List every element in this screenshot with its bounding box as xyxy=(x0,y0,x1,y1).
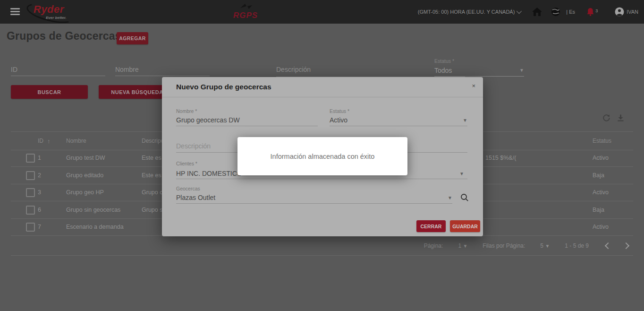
range-label: 1 - 5 de 9 xyxy=(565,242,589,249)
column-header-id[interactable]: ID↑ xyxy=(38,132,51,150)
modal-geocercas-select[interactable]: Plazas Outlet xyxy=(176,194,215,201)
ryder-logo-text: Ryder xyxy=(34,3,64,16)
modal-geocercas-underline xyxy=(176,203,452,204)
home-icon[interactable] xyxy=(532,7,542,17)
modal-estatus-label: Estatus * xyxy=(330,108,349,114)
page-label: Página: xyxy=(424,242,443,249)
filter-estatus-underline xyxy=(434,76,524,77)
cell-id: 1 xyxy=(38,149,41,166)
cell-id: 3 xyxy=(38,184,41,201)
hamburger-menu-icon[interactable] xyxy=(10,8,20,16)
next-page-icon[interactable] xyxy=(623,242,629,249)
filter-estatus-label: Estatus * xyxy=(434,58,454,64)
refresh-icon[interactable] xyxy=(602,114,610,122)
cell-id: 7 xyxy=(38,218,41,235)
rows-per-page-label: Filas por Página: xyxy=(483,242,525,249)
cell-extra: 1515 $%&/( xyxy=(485,149,516,166)
cell-nombre: Grupo test DW xyxy=(66,149,105,166)
guardar-button[interactable]: GUARDAR xyxy=(450,220,480,232)
satellite-icon xyxy=(239,3,253,10)
previous-page-icon[interactable] xyxy=(605,242,611,249)
modal-estatus-underline xyxy=(330,126,467,126)
buscar-button[interactable]: BUSCAR xyxy=(11,85,88,99)
filter-nombre-input[interactable] xyxy=(115,66,207,73)
modal-clientes-arrow-icon[interactable]: ▼ xyxy=(459,171,464,176)
notification-count-badge: 3 xyxy=(595,9,598,13)
filter-descripcion-input[interactable] xyxy=(276,66,460,73)
page-select[interactable]: 1 ▼ xyxy=(458,242,467,249)
modal-geocercas-label: Geocercas xyxy=(176,186,200,191)
cerrar-button[interactable]: CERRAR xyxy=(416,220,446,232)
globe-icon[interactable] xyxy=(551,7,560,17)
cell-nombre: Escenario a demanda xyxy=(66,218,124,235)
search-icon[interactable] xyxy=(460,193,469,202)
cell-nombre: Grupo geo HP xyxy=(66,184,104,201)
modal-estatus-select[interactable]: Activo xyxy=(330,116,347,124)
rgps-logo: RGPS xyxy=(230,2,268,22)
row-checkbox[interactable] xyxy=(26,171,35,180)
notifications-button[interactable]: 3 xyxy=(586,8,598,16)
top-navbar: Ryder Ever better. RGPS (GMT-05: 00) HOR… xyxy=(0,0,644,24)
user-menu[interactable]: IVAN xyxy=(615,7,638,17)
filter-id-underline xyxy=(11,76,105,76)
cell-estatus: Activo xyxy=(593,149,609,166)
cell-estatus: Activo xyxy=(593,218,609,235)
modal-nombre-input[interactable] xyxy=(176,116,315,124)
modal-clientes-label: Clientes * xyxy=(176,161,197,166)
cell-id: 6 xyxy=(38,201,41,218)
download-icon[interactable] xyxy=(617,114,625,122)
column-header-estatus[interactable]: Estatus xyxy=(593,132,611,150)
bell-icon xyxy=(586,8,594,16)
page-title: Grupos de Geocercas xyxy=(7,30,121,43)
filter-estatus-arrow-icon[interactable]: ▼ xyxy=(519,68,524,73)
modal-geocercas-arrow-icon[interactable]: ▼ xyxy=(448,195,452,200)
close-icon[interactable]: × xyxy=(472,82,475,89)
filter-nombre-underline xyxy=(115,76,210,76)
cell-estatus: Activo xyxy=(593,184,609,201)
user-avatar-icon xyxy=(615,7,624,17)
modal-clientes-underline xyxy=(176,179,467,179)
language-label[interactable]: | Es xyxy=(566,9,575,15)
rows-per-page-select[interactable]: 5 ▼ xyxy=(540,242,550,249)
modal-title: Nuevo Grupo de geocercas xyxy=(176,77,271,97)
row-checkbox[interactable] xyxy=(26,154,35,163)
app-root: Ryder Ever better. RGPS (GMT-05: 00) HOR… xyxy=(0,0,644,311)
ryder-logo: Ryder Ever better. xyxy=(26,3,87,21)
success-toast: Información almacenada con éxito xyxy=(237,137,407,175)
toast-message: Información almacenada con éxito xyxy=(271,153,375,160)
bottom-divider xyxy=(11,255,633,256)
agregar-button[interactable]: AGREGAR xyxy=(117,32,148,44)
modal-nombre-underline xyxy=(176,126,318,126)
cell-estatus: Baja xyxy=(593,166,604,184)
row-checkbox[interactable] xyxy=(26,223,35,232)
cell-estatus: Baja xyxy=(593,201,604,218)
modal-nombre-label: Nombre * xyxy=(176,108,197,114)
filter-id-input[interactable] xyxy=(11,66,103,73)
user-name-label: IVAN xyxy=(627,9,638,15)
timezone-label: (GMT-05: 00) HORA (EE.UU. Y CANADÁ) xyxy=(418,9,515,15)
column-header-nombre[interactable]: Nombre xyxy=(66,132,86,150)
ryder-tagline: Ever better. xyxy=(46,16,67,20)
navbar-right-group: (GMT-05: 00) HORA (EE.UU. Y CANADÁ) | Es… xyxy=(418,0,638,24)
cell-nombre: Grupo editado xyxy=(66,166,103,184)
timezone-selector[interactable]: (GMT-05: 00) HORA (EE.UU. Y CANADÁ) xyxy=(418,9,521,15)
cell-id: 2 xyxy=(38,166,41,184)
row-checkbox[interactable] xyxy=(26,206,35,215)
row-checkbox[interactable] xyxy=(26,188,35,197)
rgps-logo-text: RGPS xyxy=(233,11,258,20)
modal-estatus-arrow-icon[interactable]: ▼ xyxy=(463,118,467,123)
modal-header: Nuevo Grupo de geocercas × xyxy=(162,77,483,97)
pagination-bar: Página: 1 ▼ Filas por Página: 5 ▼ 1 - 5 … xyxy=(11,239,633,253)
filter-estatus-select[interactable]: Todos xyxy=(434,67,452,74)
chevron-down-icon xyxy=(517,9,522,14)
sort-asc-icon: ↑ xyxy=(47,138,51,145)
modal-clientes-select[interactable]: HP INC. DOMESTICO xyxy=(176,170,242,177)
cell-nombre: Grupo sin geocercas xyxy=(66,201,120,218)
